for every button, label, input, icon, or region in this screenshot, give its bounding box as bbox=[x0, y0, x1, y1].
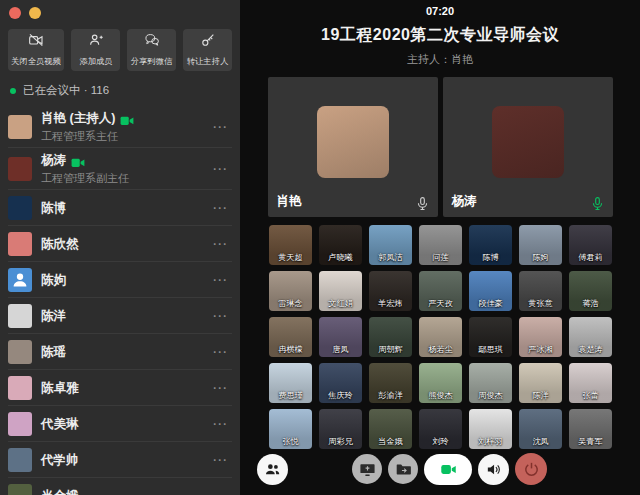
key-icon bbox=[200, 32, 216, 51]
more-options-icon[interactable]: ⋯ bbox=[212, 311, 228, 321]
participant-row[interactable]: 陈卓雅⋯ bbox=[0, 370, 240, 406]
attendee-tile[interactable]: 傅君莉 bbox=[569, 225, 612, 265]
participant-row[interactable]: 陈姁⋯ bbox=[0, 262, 240, 298]
attendee-tile[interactable]: 雷琳念 bbox=[269, 271, 312, 311]
camera-toggle-button[interactable] bbox=[424, 454, 472, 485]
participant-list[interactable]: 肖艳 (主持人)工程管理系主任⋯杨涛工程管理系副主任⋯陈博⋯陈欣然⋯陈姁⋯陈洋⋯… bbox=[0, 106, 240, 495]
participant-avatar bbox=[8, 304, 32, 328]
more-options-icon[interactable]: ⋯ bbox=[212, 122, 228, 132]
attendee-tile[interactable]: 文红娟 bbox=[319, 271, 362, 311]
attendee-tile[interactable]: 刘梓羽 bbox=[469, 409, 512, 449]
attendee-tile[interactable]: 陈姁 bbox=[519, 225, 562, 265]
attendee-name: 文红娟 bbox=[321, 298, 360, 310]
participants-button[interactable] bbox=[257, 454, 288, 485]
more-options-icon[interactable]: ⋯ bbox=[212, 275, 228, 285]
attendee-tile[interactable]: 焦庆玲 bbox=[319, 363, 362, 403]
attendee-tile[interactable]: 杨若尘 bbox=[419, 317, 462, 357]
attendee-tile[interactable]: 羊宏炜 bbox=[369, 271, 412, 311]
attendee-name: 沈凤 bbox=[521, 436, 560, 448]
attendee-tile[interactable]: 卢晓曦 bbox=[319, 225, 362, 265]
more-options-icon[interactable]: ⋯ bbox=[212, 455, 228, 465]
more-options-icon[interactable]: ⋯ bbox=[212, 203, 228, 213]
attendee-tile[interactable]: 鄢思琪 bbox=[469, 317, 512, 357]
attendee-tile[interactable]: 周朝辉 bbox=[369, 317, 412, 357]
more-options-icon[interactable]: ⋯ bbox=[212, 239, 228, 249]
close-all-video-button[interactable]: 关闭全员视频 bbox=[8, 29, 64, 71]
share-to-wechat-button[interactable]: 分享到微信 bbox=[127, 29, 176, 71]
attendee-name: 刘玲 bbox=[421, 436, 460, 448]
participant-avatar bbox=[8, 484, 32, 495]
participant-info: 杨涛工程管理系副主任 bbox=[41, 152, 212, 186]
participant-name: 肖艳 (主持人) bbox=[41, 110, 115, 127]
featured-video-tile[interactable]: 肖艳 bbox=[268, 77, 438, 217]
attendee-tile[interactable]: 张蕾 bbox=[569, 363, 612, 403]
close-window-button[interactable] bbox=[9, 7, 21, 19]
transfer-host-button[interactable]: 转让主持人 bbox=[183, 29, 232, 71]
participant-row[interactable]: 陈瑶⋯ bbox=[0, 334, 240, 370]
attendee-tile[interactable]: 蒋浩 bbox=[569, 271, 612, 311]
camera-on-icon bbox=[120, 113, 134, 124]
power-icon bbox=[523, 461, 540, 478]
attendee-name: 焦庆玲 bbox=[321, 390, 360, 402]
action-button-label: 添加成员 bbox=[79, 56, 112, 68]
attendee-tile[interactable]: 刘玲 bbox=[419, 409, 462, 449]
participant-row[interactable]: 肖艳 (主持人)工程管理系主任⋯ bbox=[0, 106, 240, 148]
participant-name: 陈博 bbox=[41, 200, 66, 217]
attendee-tile[interactable]: 严天孜 bbox=[419, 271, 462, 311]
attendee-name: 严天孜 bbox=[421, 298, 460, 310]
attendee-name: 段佳豪 bbox=[471, 298, 510, 310]
attendee-tile[interactable]: 黄张意 bbox=[519, 271, 562, 311]
participant-avatar bbox=[8, 340, 32, 364]
participant-info: 陈博 bbox=[41, 200, 212, 217]
featured-name: 杨涛 bbox=[452, 193, 477, 210]
more-options-icon[interactable]: ⋯ bbox=[212, 419, 228, 429]
participant-row[interactable]: 代学帅⋯ bbox=[0, 442, 240, 478]
attendee-tile[interactable]: 问莲 bbox=[419, 225, 462, 265]
attendee-tile[interactable]: 沈凤 bbox=[519, 409, 562, 449]
action-buttons: 关闭全员视频添加成员分享到微信转让主持人 bbox=[0, 25, 240, 71]
participant-role: 工程管理系主任 bbox=[41, 129, 212, 144]
participant-info: 陈姁 bbox=[41, 272, 212, 289]
attendee-tile[interactable]: 冉横檬 bbox=[269, 317, 312, 357]
more-options-icon[interactable]: ⋯ bbox=[212, 164, 228, 174]
minimize-window-button[interactable] bbox=[29, 7, 41, 19]
featured-video-tile[interactable]: 杨涛 bbox=[443, 77, 613, 217]
attendee-tile[interactable]: 熊俊杰 bbox=[419, 363, 462, 403]
attendee-name: 吴青军 bbox=[571, 436, 610, 448]
attendee-grid: 黄天超卢晓曦郭凤洁问莲陈博陈姁傅君莉雷琳念文红娟羊宏炜严天孜段佳豪黄张意蒋浩冉横… bbox=[269, 225, 612, 449]
participant-row[interactable]: 陈博⋯ bbox=[0, 190, 240, 226]
more-options-icon[interactable]: ⋯ bbox=[212, 383, 228, 393]
participant-name: 陈姁 bbox=[41, 272, 66, 289]
attendee-tile[interactable]: 严冰湘 bbox=[519, 317, 562, 357]
attendee-tile[interactable]: 陈洋 bbox=[519, 363, 562, 403]
attendee-tile[interactable]: 袁楚涛 bbox=[569, 317, 612, 357]
participant-row[interactable]: 陈欣然⋯ bbox=[0, 226, 240, 262]
attendee-tile[interactable]: 周俊杰 bbox=[469, 363, 512, 403]
attendee-tile[interactable]: 吴青军 bbox=[569, 409, 612, 449]
attendee-tile[interactable]: 唐凤 bbox=[319, 317, 362, 357]
attendee-tile[interactable]: 彭渝洋 bbox=[369, 363, 412, 403]
folder-share-icon bbox=[395, 461, 412, 478]
share-file-button[interactable] bbox=[388, 454, 418, 484]
attendee-tile[interactable]: 费思瑾 bbox=[269, 363, 312, 403]
attendee-tile[interactable]: 周彩兄 bbox=[319, 409, 362, 449]
attendee-tile[interactable]: 段佳豪 bbox=[469, 271, 512, 311]
screen-share-button[interactable] bbox=[352, 454, 382, 484]
call-toolbar bbox=[240, 452, 640, 486]
participant-row[interactable]: 杨涛工程管理系副主任⋯ bbox=[0, 148, 240, 190]
attendee-tile[interactable]: 黄天超 bbox=[269, 225, 312, 265]
participant-row[interactable]: 陈洋⋯ bbox=[0, 298, 240, 334]
more-options-icon[interactable]: ⋯ bbox=[212, 491, 228, 495]
add-member-button[interactable]: 添加成员 bbox=[71, 29, 120, 71]
attendee-name: 冉横檬 bbox=[271, 344, 310, 356]
attendee-tile[interactable]: 郭凤洁 bbox=[369, 225, 412, 265]
end-meeting-button[interactable] bbox=[515, 453, 547, 485]
attendee-tile[interactable]: 当金娥 bbox=[369, 409, 412, 449]
attendee-name: 周俊杰 bbox=[471, 390, 510, 402]
participant-row[interactable]: 当金娥⋯ bbox=[0, 478, 240, 495]
more-options-icon[interactable]: ⋯ bbox=[212, 347, 228, 357]
participant-row[interactable]: 代美琳⋯ bbox=[0, 406, 240, 442]
attendee-tile[interactable]: 陈博 bbox=[469, 225, 512, 265]
attendee-tile[interactable]: 张悦 bbox=[269, 409, 312, 449]
speaker-button[interactable] bbox=[478, 454, 509, 485]
